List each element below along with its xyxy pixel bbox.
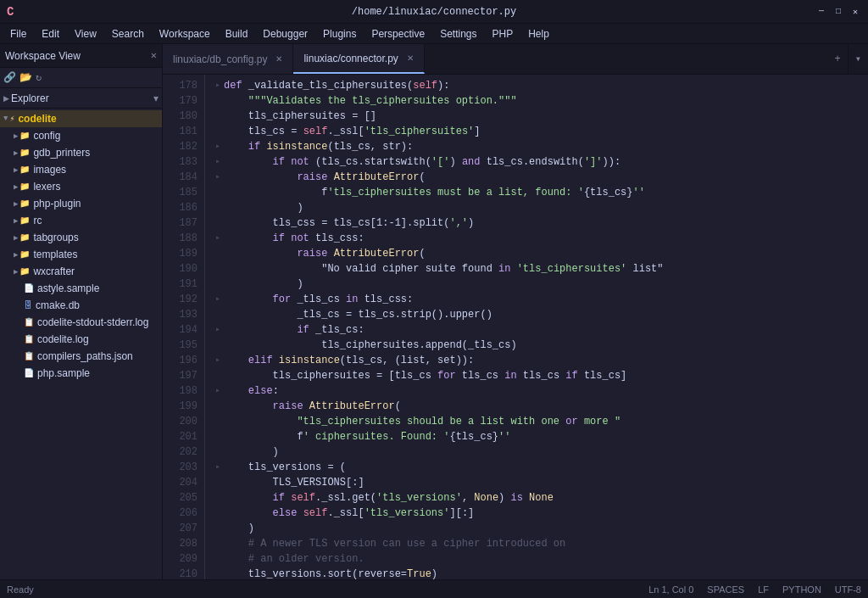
- code-line: ): [212, 521, 861, 536]
- tree-item-label: templates: [33, 249, 77, 260]
- line-number: 204: [166, 475, 198, 490]
- tree-item-templates[interactable]: ▶📁templates: [0, 246, 162, 263]
- tree-item-tabgroups[interactable]: ▶📁tabgroups: [0, 229, 162, 246]
- explorer-menu-icon[interactable]: ▾: [153, 92, 159, 104]
- tree-item-codelite-log[interactable]: 📋codelite.log: [0, 331, 162, 348]
- code-text: """Validates the tls_ciphersuites option…: [224, 93, 861, 109]
- code-line: ▸ if _tls_cs:: [212, 322, 861, 338]
- menu-item-search[interactable]: Search: [105, 26, 151, 42]
- menu-item-debugger[interactable]: Debugger: [256, 26, 314, 42]
- code-text: ): [224, 200, 861, 215]
- tabs-bar: linuxiac/db_config.py✕linuxiac/connector…: [163, 44, 868, 75]
- explorer-header[interactable]: ▶ Explorer ▾: [0, 88, 162, 109]
- code-text: raise AttributeError(: [224, 170, 861, 185]
- line-number: 208: [166, 536, 198, 551]
- code-text: ): [224, 521, 861, 536]
- tree-item-rc[interactable]: ▶📁rc: [0, 212, 162, 229]
- refresh-icon[interactable]: ↻: [36, 71, 42, 84]
- menu-item-file[interactable]: File: [3, 26, 33, 42]
- status-indent: SPACES: [707, 584, 744, 595]
- code-content[interactable]: ▸def _validate_tls_ciphersuites(self): "…: [205, 75, 868, 579]
- code-text: tls_ciphersuites = []: [224, 109, 861, 124]
- tree-item-lexers[interactable]: ▶📁lexers: [0, 178, 162, 195]
- menu-item-perspective[interactable]: Perspective: [364, 26, 431, 42]
- fold-gutter: ▸: [212, 139, 224, 154]
- menu-item-workspace[interactable]: Workspace: [153, 26, 217, 42]
- code-line: ▸ for _tls_cs in tls_css:: [212, 292, 861, 307]
- fold-gutter: ▸: [212, 231, 224, 246]
- code-text: if isinstance(tls_cs, str):: [224, 139, 861, 154]
- code-line: f' ciphersuites. Found: '{tls_cs}'': [212, 429, 861, 444]
- status-right: Ln 1, Col 0 SPACES LF PYTHON UTF-8: [648, 584, 861, 595]
- sidebar-toolbar: 🔗 📂 ↻: [0, 68, 162, 88]
- menu-item-settings[interactable]: Settings: [433, 26, 483, 42]
- tree-item-label: compilers_paths.json: [37, 350, 133, 362]
- title-bar: C /home/linuxiac/connector.py ─ □ ✕: [0, 0, 868, 24]
- tree-item-config[interactable]: ▶📁config: [0, 127, 162, 144]
- code-editor: 1781791801811821831841851861871881891901…: [163, 75, 868, 579]
- folder-icon[interactable]: 📂: [19, 71, 32, 84]
- code-text: for _tls_cs in tls_css:: [224, 292, 861, 307]
- folder-icon: 📁: [19, 148, 30, 158]
- menu-item-view[interactable]: View: [68, 26, 103, 42]
- maximize-button[interactable]: □: [832, 6, 844, 18]
- line-number: 194: [166, 322, 198, 338]
- fold-gutter: ▸: [212, 353, 224, 368]
- folder-arrow: ▶: [14, 131, 18, 141]
- folder-arrow: ▶: [14, 267, 18, 277]
- tree-item-compilers-paths-json[interactable]: 📋compilers_paths.json: [0, 348, 162, 365]
- tree-item-astyle-sample[interactable]: 📄astyle.sample: [0, 280, 162, 297]
- code-line: raise AttributeError(: [212, 399, 861, 414]
- menu-item-build[interactable]: Build: [219, 26, 255, 42]
- code-text: tls_cs = self._ssl['tls_ciphersuites']: [224, 124, 861, 139]
- tree-item-label: config: [33, 130, 60, 142]
- tab-linuxiac-db-config-py[interactable]: linuxiac/db_config.py✕: [163, 44, 293, 74]
- tab-add-button[interactable]: +: [828, 44, 848, 74]
- tree-item-wxcrafter[interactable]: ▶📁wxcrafter: [0, 263, 162, 280]
- tree-item-label: gdb_printers: [33, 147, 90, 159]
- line-number: 209: [166, 551, 198, 567]
- tab-close-button[interactable]: ✕: [275, 54, 282, 64]
- code-line: ): [212, 444, 861, 460]
- code-text: tls_versions = (: [224, 460, 861, 475]
- minimize-button[interactable]: ─: [815, 6, 827, 18]
- tree-item-codelite-stdout-stderr-log[interactable]: 📋codelite-stdout-stderr.log: [0, 314, 162, 331]
- line-number: 189: [166, 246, 198, 261]
- line-number: 182: [166, 139, 198, 154]
- code-line: tls_ciphersuites = []: [212, 109, 861, 124]
- explorer-label: Explorer: [11, 92, 153, 104]
- close-button[interactable]: ✕: [849, 6, 861, 18]
- code-text: "tls_ciphersuites should be a list with …: [224, 414, 861, 429]
- line-number: 181: [166, 124, 198, 139]
- code-text: _tls_cs = tls_cs.strip().upper(): [224, 307, 861, 322]
- code-text: ): [224, 277, 861, 292]
- tree-root[interactable]: ▼ ⚡ codelite: [0, 110, 162, 127]
- code-text: if self._ssl.get('tls_versions', None) i…: [224, 490, 861, 506]
- code-text: # an older version.: [224, 551, 861, 567]
- tab-menu-button[interactable]: ▾: [848, 44, 868, 74]
- tree-item-label: codelite-stdout-stderr.log: [37, 316, 148, 328]
- code-text: tls_ciphersuites.append(_tls_cs): [224, 338, 861, 353]
- tree-item-cmake-db[interactable]: 🗄cmake.db: [0, 297, 162, 314]
- menu-item-plugins[interactable]: Plugins: [316, 26, 363, 42]
- tree-item-images[interactable]: ▶📁images: [0, 161, 162, 178]
- menu-item-php[interactable]: PHP: [486, 26, 520, 42]
- link-icon[interactable]: 🔗: [3, 71, 16, 84]
- tree-item-label: codelite.log: [37, 333, 89, 345]
- line-number: 190: [166, 261, 198, 277]
- code-line: "No valid cipher suite found in 'tls_cip…: [212, 261, 861, 277]
- tab-close-button[interactable]: ✕: [407, 53, 414, 63]
- file-icon: 📄: [24, 283, 34, 293]
- sidebar-close-button[interactable]: ✕: [151, 49, 157, 62]
- tree-item-php-sample[interactable]: 📄php.sample: [0, 365, 162, 382]
- tree-item-gdb-printers[interactable]: ▶📁gdb_printers: [0, 144, 162, 161]
- tree-item-php-plugin[interactable]: ▶📁php-plugin: [0, 195, 162, 212]
- line-number: 179: [166, 93, 198, 109]
- code-line: ▸ tls_versions = (: [212, 460, 861, 475]
- menu-item-help[interactable]: Help: [521, 26, 556, 42]
- tab-linuxiac-connector-py[interactable]: linuxiac/connector.py✕: [293, 44, 424, 74]
- code-text: raise AttributeError(: [224, 246, 861, 261]
- menu-item-edit[interactable]: Edit: [35, 26, 66, 42]
- menu-bar: FileEditViewSearchWorkspaceBuildDebugger…: [0, 24, 868, 44]
- main-layout: Workspace View ✕ 🔗 📂 ↻ ▶ Explorer ▾ ▼ ⚡ …: [0, 44, 868, 579]
